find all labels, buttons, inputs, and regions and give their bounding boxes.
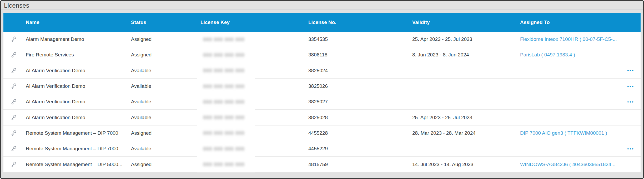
assigned-to-link[interactable]: ParisLab ( 0497.1983.4 ): [520, 52, 575, 58]
row-more-options-icon[interactable]: •••: [627, 68, 634, 73]
license-number: 4455229: [306, 146, 410, 152]
column-header-validity: Validity: [410, 20, 517, 25]
license-status: Assigned: [128, 130, 198, 136]
license-key-blurred-value: 888 888 888 888: [197, 141, 255, 157]
title-bar: Licenses: [1, 1, 643, 10]
license-name: AI Alarm Verification Demo: [23, 68, 128, 74]
key-icon: [9, 129, 17, 137]
key-icon: [9, 35, 17, 43]
license-key-blurred-value: 888 888 888 888: [197, 32, 255, 47]
license-name: AI Alarm Verification Demo: [23, 99, 128, 105]
license-status: Available: [128, 146, 198, 152]
licenses-panel: Licenses Name Status License Key License…: [0, 0, 644, 179]
table-row[interactable]: Remote System Management – DIP 7000 Avai…: [3, 141, 641, 157]
license-status: Assigned: [128, 36, 198, 42]
licenses-table: Name Status License Key License No. Vali…: [3, 13, 641, 172]
license-key-icon: [3, 51, 23, 59]
license-name: Fire Remote Services: [23, 52, 128, 58]
license-number: 4455228: [306, 130, 410, 136]
license-key-blur-overlay: 888 888 888 888888 888 888 888888 888 88…: [197, 32, 255, 172]
key-icon: [9, 67, 17, 75]
table-row[interactable]: AI Alarm Verification Demo Available 382…: [3, 79, 641, 94]
table-row[interactable]: AI Alarm Verification Demo Available 382…: [3, 63, 641, 79]
license-name: Remote System Management – DIP 5000...: [23, 162, 128, 167]
license-status: Assigned: [128, 162, 198, 167]
assigned-to-cell: •••: [517, 68, 641, 73]
license-number: 3825024: [306, 68, 410, 74]
table-row[interactable]: AI Alarm Verification Demo Available 382…: [3, 94, 641, 110]
assigned-to-cell: DIP 7000 AIO gen3 ( TFFKWIM00001 ): [517, 130, 641, 136]
license-name: Remote System Management – DIP 7000: [23, 130, 128, 136]
license-validity: 28. Mar 2023 - 28. Mar 2024: [410, 130, 517, 136]
license-name: AI Alarm Verification Demo: [23, 83, 128, 89]
license-validity: 14. Jul 2023 - 14. Aug 2023: [410, 162, 517, 167]
column-header-license-key: License Key: [198, 20, 306, 25]
license-status: Assigned: [128, 52, 198, 58]
page-title: Licenses: [4, 2, 643, 9]
assigned-to-link[interactable]: DIP 7000 AIO gen3 ( TFFKWIM00001 ): [520, 130, 607, 136]
license-key-blurred-value: 888 888 888 888: [197, 125, 255, 141]
key-icon: [9, 161, 17, 168]
table-row[interactable]: AI Alarm Verification Demo Available 382…: [3, 110, 641, 125]
license-validity: 8. Jun 2023 - 8. Jun 2024: [410, 52, 517, 58]
license-name: Remote System Management – DIP 7000: [23, 146, 128, 152]
license-key-blurred-value: 888 888 888 888: [197, 157, 255, 172]
column-header-name: Name: [23, 20, 128, 25]
license-status: Available: [128, 83, 198, 89]
license-key-icon: [3, 35, 23, 43]
license-status: Available: [128, 115, 198, 120]
license-key-blurred-value: 888 888 888 888: [197, 79, 255, 94]
license-name: Alarm Management Demo: [23, 36, 128, 42]
license-key-icon: [3, 82, 23, 90]
table-header-row: Name Status License Key License No. Vali…: [3, 13, 641, 32]
license-validity: 25. Apr 2023 - 25. Jul 2023: [410, 36, 517, 42]
key-icon: [9, 98, 17, 106]
license-key-blurred-value: 888 888 888 888: [197, 94, 255, 110]
table-row[interactable]: Fire Remote Services Assigned 3806118 8.…: [3, 47, 641, 63]
assigned-to-cell: •••: [517, 147, 641, 151]
table-row[interactable]: Remote System Management – DIP 7000 Assi…: [3, 125, 641, 141]
assigned-to-cell: •••: [517, 84, 641, 89]
table-body: Alarm Management Demo Assigned 3354535 2…: [3, 32, 641, 172]
row-more-options-icon[interactable]: •••: [627, 84, 634, 89]
license-name: AI Alarm Verification Demo: [23, 115, 128, 120]
license-key-icon: [3, 67, 23, 75]
assigned-to-link[interactable]: Flexidome Inteox 7100i IR ( 00-07-5F-C5-…: [520, 36, 617, 42]
key-icon: [9, 51, 17, 59]
table-row[interactable]: Remote System Management – DIP 5000... A…: [3, 157, 641, 172]
license-key-blurred-value: 888 888 888 888: [197, 47, 255, 63]
license-status: Available: [128, 68, 198, 74]
column-header-assigned-to: Assigned To: [517, 20, 641, 25]
assigned-to-link[interactable]: WINDOWS-AG842J6 ( 40436039551824...: [520, 162, 615, 167]
key-icon: [9, 145, 17, 153]
assigned-to-cell: Flexidome Inteox 7100i IR ( 00-07-5F-C5-…: [517, 36, 641, 42]
license-key-icon: [3, 129, 23, 137]
license-key-blurred-value: 888 888 888 888: [197, 63, 255, 79]
license-key-icon: [3, 161, 23, 168]
license-key-icon: [3, 98, 23, 106]
row-more-options-icon[interactable]: •••: [627, 100, 634, 104]
license-number: 3354535: [306, 36, 410, 42]
license-number: 3806118: [306, 52, 410, 58]
license-number: 3825026: [306, 83, 410, 89]
assigned-to-cell: •••: [517, 100, 641, 104]
assigned-to-cell: WINDOWS-AG842J6 ( 40436039551824...: [517, 162, 641, 167]
row-more-options-icon[interactable]: •••: [627, 147, 634, 151]
license-status: Available: [128, 99, 198, 105]
key-icon: [9, 114, 17, 122]
license-number: 3825027: [306, 99, 410, 105]
assigned-to-cell: ParisLab ( 0497.1983.4 ): [517, 52, 641, 58]
column-header-status: Status: [128, 20, 198, 25]
key-icon: [9, 82, 17, 90]
license-number: 4815759: [306, 162, 410, 167]
license-key-icon: [3, 145, 23, 153]
column-header-license-no: License No.: [306, 20, 410, 25]
table-row[interactable]: Alarm Management Demo Assigned 3354535 2…: [3, 32, 641, 47]
license-number: 3825028: [306, 115, 410, 120]
license-key-icon: [3, 114, 23, 122]
license-validity: 25. Apr 2023 - 25. Jul 2023: [410, 115, 517, 120]
license-key-blurred-value: 888 888 888 888: [197, 110, 255, 125]
